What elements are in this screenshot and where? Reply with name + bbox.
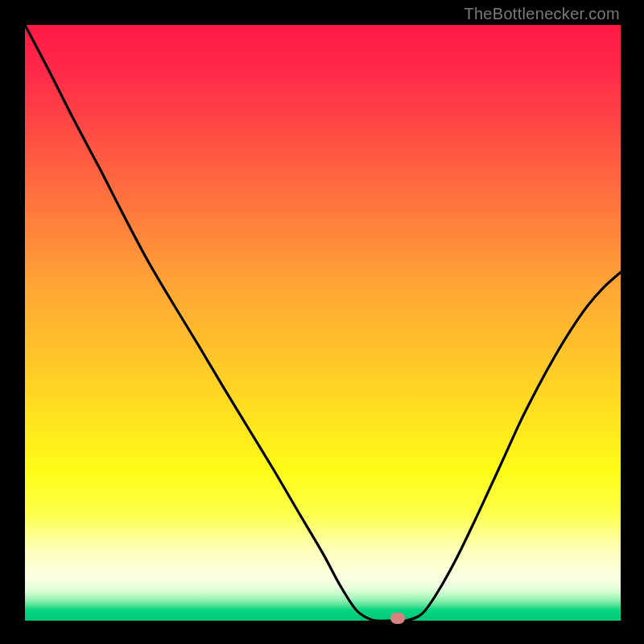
bottleneck-curve xyxy=(25,25,621,621)
outer-frame: TheBottlenecker.com xyxy=(0,0,644,644)
plot-area xyxy=(24,24,621,621)
optimum-marker xyxy=(390,613,405,624)
credit-text: TheBottlenecker.com xyxy=(464,5,620,23)
